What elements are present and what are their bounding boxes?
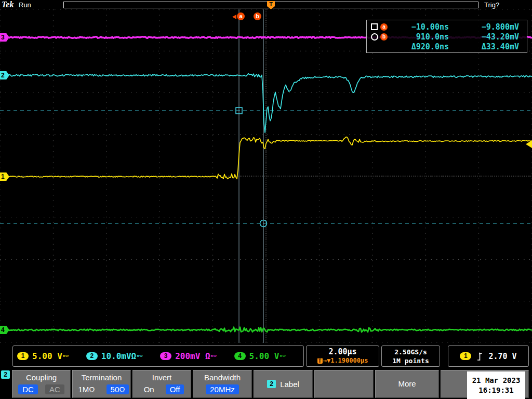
acquisition-readout-box: 2.50GS/s 1M points bbox=[381, 345, 440, 367]
ch3-bandwidth-limit-icon: ᴮᵂ bbox=[211, 354, 217, 361]
ch3-impedance: Ω bbox=[200, 351, 210, 361]
ch1-scale-group[interactable]: 1 5.00 Vᴮᵂ bbox=[17, 351, 69, 361]
waveform-display: a b a −10.00ns −9.800mV b 910.0ns −43.20… bbox=[0, 9, 532, 343]
trigger-position-icon[interactable]: T bbox=[267, 1, 275, 9]
cursor-a-time: −10.00ns bbox=[392, 22, 449, 32]
clock-date: 21 Mar 2023 bbox=[467, 376, 525, 385]
record-length: 1M points bbox=[382, 356, 440, 365]
timebase-scale: 2.00μs bbox=[307, 347, 379, 356]
ch2-impedance: Ω bbox=[131, 351, 137, 361]
clock-time: 16:19:31 bbox=[467, 385, 525, 395]
oscilloscope-screen: Tek Run T Trig? a b a −10.00ns −9.800mV … bbox=[0, 0, 532, 399]
trigger-source-badge: 1 bbox=[460, 352, 471, 360]
cursor-readout-box: a −10.00ns −9.800mV b 910.0ns −43.20mV Δ… bbox=[366, 20, 527, 53]
ch4-bandwidth-limit-icon: ᴮᵂ bbox=[280, 354, 286, 361]
ch3-scale-group[interactable]: 3 200mV Ωᴮᵂ bbox=[160, 351, 217, 361]
coupling-label: Coupling bbox=[12, 373, 70, 382]
ch4-scale-group[interactable]: 4 5.00 Vᴮᵂ bbox=[234, 351, 286, 361]
cursor-a-badge-icon: a bbox=[380, 23, 388, 31]
ch4-badge: 4 bbox=[234, 352, 246, 360]
termination-button[interactable]: Termination 1MΩ 50Ω bbox=[72, 370, 131, 398]
ch1-badge: 1 bbox=[17, 352, 29, 360]
bandwidth-label: Bandwidth bbox=[193, 373, 251, 382]
rising-edge-icon bbox=[476, 351, 483, 362]
more-button-text: More bbox=[376, 370, 438, 397]
horizontal-delay: T→▼1.190000μs bbox=[307, 357, 379, 364]
cursor-b-row: b 910.0ns −43.20mV bbox=[371, 32, 523, 42]
termination-50ohm-option[interactable]: 50Ω bbox=[107, 384, 129, 394]
softkey-menu-bar: 2 Coupling DC AC Termination 1MΩ 50Ω Inv… bbox=[0, 369, 532, 399]
coupling-ac-option[interactable]: AC bbox=[45, 384, 64, 394]
cursor-a-row: a −10.00ns −9.800mV bbox=[371, 22, 523, 32]
termination-1mohm-option[interactable]: 1MΩ bbox=[74, 384, 99, 394]
cursor-b-time: 910.0ns bbox=[392, 32, 449, 42]
trace-ch1 bbox=[0, 137, 532, 179]
termination-label: Termination bbox=[73, 373, 130, 382]
tek-logo: Tek bbox=[2, 0, 14, 9]
invert-button[interactable]: Invert On Off bbox=[132, 370, 191, 398]
ch4-scale: 5.00 V bbox=[249, 351, 280, 361]
ch2-scale: 10.0mV bbox=[101, 351, 131, 361]
trigger-flag-icon: T bbox=[317, 358, 323, 364]
invert-label: Invert bbox=[133, 373, 191, 382]
active-channel-badge: 2 bbox=[1, 370, 10, 379]
waveform-plot bbox=[0, 9, 532, 343]
cursor-delta-time: Δ920.0ns bbox=[392, 42, 449, 51]
cursor-b-badge-icon: b bbox=[380, 33, 388, 41]
invert-on-option[interactable]: On bbox=[140, 384, 158, 394]
horizontal-position-bar[interactable]: T bbox=[63, 2, 478, 8]
cursor-a-square-icon bbox=[371, 23, 378, 30]
delay-value: 1.190000μs bbox=[330, 357, 368, 364]
bandwidth-20mhz-option[interactable]: 20MHz bbox=[206, 384, 239, 394]
trigger-level: 2.70 V bbox=[488, 352, 516, 361]
ch3-scale: 200mV bbox=[175, 351, 200, 361]
label-channel-badge: 2 bbox=[267, 380, 276, 388]
coupling-button[interactable]: Coupling DC AC bbox=[12, 370, 71, 398]
label-button[interactable]: 2 Label bbox=[254, 370, 313, 398]
cursor-a-top-badge[interactable]: a bbox=[237, 12, 245, 20]
bandwidth-button[interactable]: Bandwidth 20MHz bbox=[193, 370, 252, 398]
ch1-bandwidth-limit-icon: ᴮᵂ bbox=[63, 354, 69, 361]
top-status-bar: Tek Run T Trig? bbox=[0, 0, 532, 9]
more-button[interactable]: More bbox=[375, 370, 439, 398]
ch2-scale-group[interactable]: 2 10.0mVΩᴮᵂ bbox=[86, 351, 143, 361]
ch2-bandwidth-limit-icon: ᴮᵂ bbox=[137, 354, 143, 361]
cursor-delta-row: Δ920.0ns Δ33.40mV bbox=[371, 42, 523, 51]
clock-box: 21 Mar 2023 16:19:31 bbox=[467, 371, 525, 399]
cursor-b-circle-icon bbox=[371, 33, 378, 41]
cursor-b-volt: −43.20mV bbox=[449, 32, 519, 42]
ch1-scale: 5.00 V bbox=[32, 351, 62, 361]
trigger-readout-box: 1 2.70 V bbox=[448, 345, 529, 367]
horizontal-readout-box: 2.00μs T→▼1.190000μs bbox=[306, 345, 379, 367]
ch3-badge: 3 bbox=[160, 352, 171, 360]
cursor-delta-volt: Δ33.40mV bbox=[449, 42, 519, 51]
ch2-badge: 2 bbox=[86, 352, 98, 360]
blank-softkey[interactable] bbox=[314, 370, 374, 398]
menu-right-panel: 21 Mar 2023 16:19:31 bbox=[441, 370, 529, 398]
delay-arrows-icon: →▼ bbox=[323, 357, 330, 364]
coupling-dc-option[interactable]: DC bbox=[18, 384, 38, 394]
scale-readout-bar: 1 5.00 Vᴮᵂ 2 10.0mVΩᴮᵂ 3 200mV Ωᴮᵂ 4 5.0… bbox=[0, 343, 532, 369]
sample-rate: 2.50GS/s bbox=[382, 348, 440, 356]
channel-scales-box: 1 5.00 Vᴮᵂ 2 10.0mVΩᴮᵂ 3 200mV Ωᴮᵂ 4 5.0… bbox=[12, 345, 304, 367]
trigger-status: Trig? bbox=[484, 1, 499, 9]
cursor-b-top-badge[interactable]: b bbox=[254, 12, 261, 20]
cursor-a-volt: −9.800mV bbox=[449, 22, 519, 32]
acquisition-status: Run bbox=[19, 1, 31, 9]
invert-off-option[interactable]: Off bbox=[166, 384, 184, 394]
label-button-text: Label bbox=[280, 380, 299, 389]
